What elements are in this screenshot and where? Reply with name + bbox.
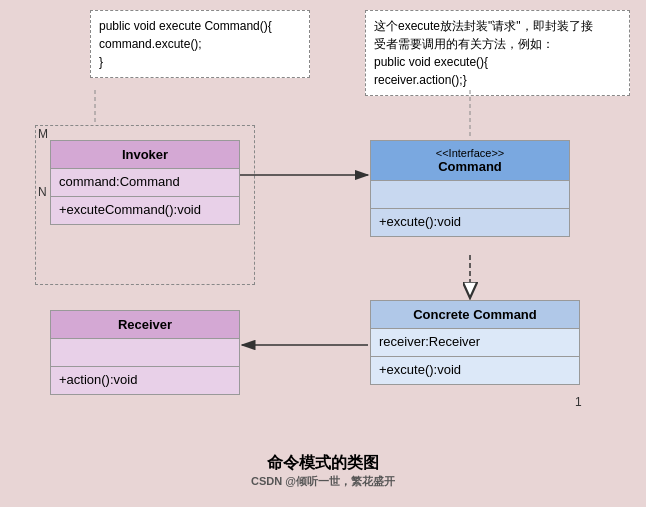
caption-main: 命令模式的类图 [0,453,646,474]
note-right: 这个execute放法封装"请求"，即封装了接 受者需要调用的有关方法，例如： … [365,10,630,96]
command-interface-method: +excute():void [371,208,569,236]
diagram-area: public void execute Command(){ command.e… [0,0,646,507]
command-interface-empty [371,180,569,208]
label-n: N [38,185,47,199]
invoker-field: command:Command [51,168,239,196]
note-left-text: public void execute Command(){ command.e… [99,19,272,69]
command-stereotype: <<Interface>> [379,147,561,159]
invoker-header: Invoker [51,141,239,168]
label-1: 1 [575,395,582,409]
receiver-class: Receiver +action():void [50,310,240,395]
concrete-command-field: receiver:Receiver [371,328,579,356]
concrete-command-class: Concrete Command receiver:Receiver +excu… [370,300,580,385]
note-right-text: 这个execute放法封装"请求"，即封装了接 受者需要调用的有关方法，例如： … [374,19,593,87]
receiver-empty [51,338,239,366]
invoker-method: +excuteCommand():void [51,196,239,224]
concrete-command-method: +excute():void [371,356,579,384]
caption-sub: CSDN @倾听一世，繁花盛开 [0,474,646,489]
note-left: public void execute Command(){ command.e… [90,10,310,78]
receiver-header: Receiver [51,311,239,338]
concrete-command-header: Concrete Command [371,301,579,328]
command-interface-class: <<Interface>> Command +excute():void [370,140,570,237]
caption: 命令模式的类图 CSDN @倾听一世，繁花盛开 [0,453,646,489]
label-m: M [38,127,48,141]
receiver-method: +action():void [51,366,239,394]
invoker-class: Invoker command:Command +excuteCommand()… [50,140,240,225]
command-interface-header: <<Interface>> Command [371,141,569,180]
